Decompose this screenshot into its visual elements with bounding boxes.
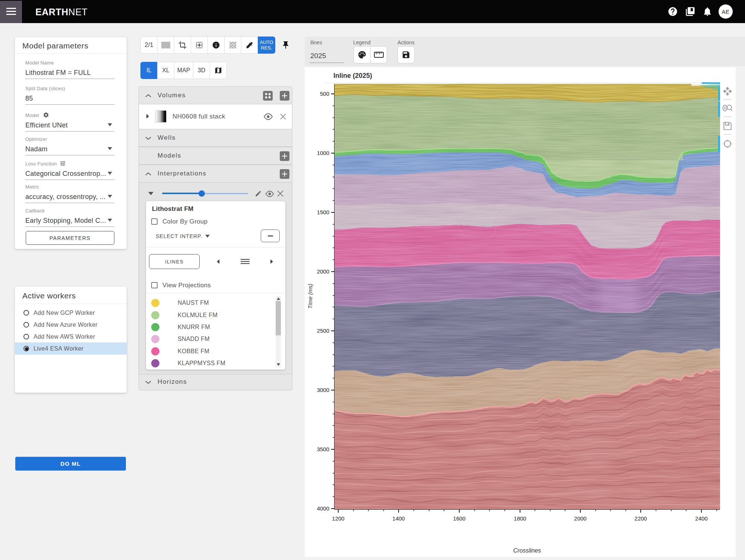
svg-text:Time (ms): Time (ms) bbox=[307, 284, 313, 309]
svg-text:1600: 1600 bbox=[453, 515, 465, 522]
svg-text:1400: 1400 bbox=[392, 515, 405, 522]
svg-text:500: 500 bbox=[320, 91, 329, 97]
svg-text:1800: 1800 bbox=[514, 515, 526, 522]
svg-text:3000: 3000 bbox=[317, 387, 329, 393]
svg-text:2400: 2400 bbox=[695, 515, 707, 522]
svg-text:2500: 2500 bbox=[317, 328, 329, 334]
svg-text:2200: 2200 bbox=[634, 515, 647, 522]
svg-text:1000: 1000 bbox=[317, 150, 329, 156]
svg-text:1500: 1500 bbox=[317, 209, 329, 215]
svg-text:Crosslines: Crosslines bbox=[513, 547, 541, 554]
svg-text:2000: 2000 bbox=[574, 515, 586, 522]
svg-text:3500: 3500 bbox=[317, 446, 329, 452]
svg-text:1200: 1200 bbox=[332, 515, 344, 522]
svg-text:4000: 4000 bbox=[317, 505, 329, 512]
svg-text:2000: 2000 bbox=[317, 268, 329, 275]
